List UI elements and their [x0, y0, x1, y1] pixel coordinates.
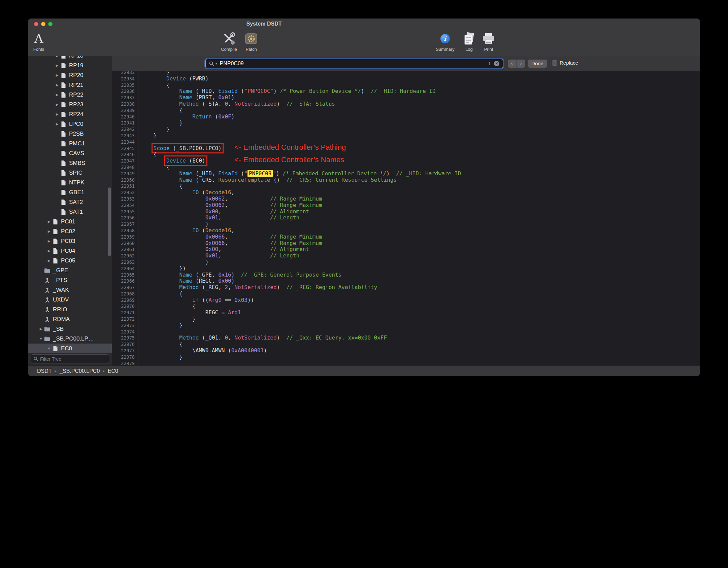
disclosure-triangle-icon[interactable]: ▼ — [46, 347, 52, 350]
filter-tree-input[interactable]: Filter Tree — [31, 354, 109, 363]
line-number: 22951 — [112, 183, 138, 189]
sidebar-item-pc04[interactable]: ▶PC04 — [28, 246, 112, 256]
find-previous-button[interactable]: ‹ — [508, 60, 517, 68]
disclosure-triangle-icon[interactable]: ▶ — [46, 220, 52, 223]
disclosure-triangle-icon[interactable]: ▶ — [46, 259, 52, 262]
match-count: 1 — [488, 61, 491, 66]
folder-icon — [44, 326, 51, 331]
sidebar-item-pc03[interactable]: ▶PC03 — [28, 236, 112, 246]
replace-checkbox[interactable] — [552, 60, 557, 66]
breadcrumb-item[interactable]: _SB.PC00.LPC0 — [60, 368, 100, 374]
code-line-text: Name (_GPE, 0x16) // _GPE: General Purpo… — [138, 272, 341, 278]
disclosure-triangle-icon[interactable]: ▶ — [54, 103, 60, 106]
line-number: 22936 — [112, 88, 138, 95]
code-line-text: 0x0066, // Range Maximum — [138, 240, 322, 247]
line-number: 22944 — [112, 139, 138, 145]
sidebar-item-wak[interactable]: _WAK — [28, 285, 112, 295]
sidebar-item-uxdv[interactable]: UXDV — [28, 295, 112, 305]
disclosure-triangle-icon[interactable]: ▶ — [46, 229, 52, 233]
doc-icon — [60, 102, 67, 108]
fonts-button[interactable]: A Fonts — [28, 31, 55, 52]
zoom-button[interactable] — [48, 22, 53, 26]
line-number: 22968 — [112, 291, 138, 297]
code-line-text: }) — [138, 265, 186, 272]
titlebar: System DSDT — [28, 19, 700, 30]
sidebar-item-label: _WAK — [53, 287, 69, 293]
disclosure-triangle-icon[interactable]: ▶ — [54, 83, 60, 87]
code-line-text: { — [138, 107, 183, 114]
line-number: 22972 — [112, 316, 138, 322]
search-menu-chevron-icon[interactable]: ▾ — [216, 62, 217, 65]
breadcrumb-item[interactable]: EC0 — [108, 368, 118, 374]
line-number: 22978 — [112, 354, 138, 360]
disclosure-triangle-icon[interactable]: ▶ — [46, 239, 52, 243]
sidebar-item-rdma[interactable]: RDMA — [28, 314, 112, 324]
doc-icon — [52, 346, 59, 352]
code-line: 22976 { — [112, 341, 700, 348]
sidebar-item-rrio[interactable]: RRIO — [28, 305, 112, 314]
doc-icon — [60, 72, 67, 78]
sidebar-item-pmc1[interactable]: PMC1 — [28, 139, 112, 148]
sidebar-item-pc02[interactable]: ▶PC02 — [28, 226, 112, 236]
code-line-text: { — [138, 164, 170, 171]
doc-icon — [60, 209, 67, 215]
sidebar-item-gbe1[interactable]: GBE1 — [28, 187, 112, 197]
sidebar-item-pts[interactable]: _PTS — [28, 275, 112, 285]
code-line-text: Method (_STA, 0, NotSerialized) // _STA:… — [138, 101, 335, 107]
sidebar-item-ntpk[interactable]: NTPK — [28, 178, 112, 187]
sidebar-item-cavs[interactable]: CAVS — [28, 148, 112, 158]
disclosure-triangle-icon[interactable]: ▼ — [38, 337, 44, 341]
code-line: 22966 Name (REGC, 0x00) — [112, 278, 700, 284]
folder-icon — [44, 336, 51, 341]
disclosure-triangle-icon[interactable]: ▶ — [54, 64, 60, 67]
clear-search-icon[interactable]: ✕ — [494, 61, 499, 66]
disclosure-triangle-icon[interactable]: ▶ — [54, 93, 60, 97]
sidebar-item-rp24[interactable]: ▶RP24 — [28, 109, 112, 119]
line-number: 22946 — [112, 151, 138, 158]
minimize-button[interactable] — [41, 22, 45, 26]
sidebar-item-rp18[interactable]: ▶RP18 — [28, 56, 112, 61]
disclosure-triangle-icon[interactable]: ▶ — [54, 56, 60, 58]
disclosure-triangle-icon[interactable]: ▶ — [54, 73, 60, 77]
sidebar-item-gpe[interactable]: _GPE — [28, 265, 112, 275]
code-line: 22938 Method (_STA, 0, NotSerialized) //… — [112, 101, 700, 107]
disclosure-triangle-icon[interactable]: ▶ — [54, 112, 60, 116]
sidebar-item-label: RP21 — [69, 82, 84, 88]
sidebar-item-pc05[interactable]: ▶PC05 — [28, 256, 112, 265]
line-number: 22941 — [112, 120, 138, 126]
disclosure-triangle-icon[interactable]: ▶ — [46, 249, 52, 253]
code-line-text: Device (EC0) — [138, 158, 205, 164]
sidebar-item-pc01[interactable]: ▶PC01 — [28, 217, 112, 226]
search-field[interactable]: ▾ PNP0C09 1 ✕ — [205, 59, 503, 68]
sidebar-item-lpc0[interactable]: ▶LPC0 — [28, 119, 112, 129]
disclosure-triangle-icon[interactable]: ▶ — [54, 122, 60, 126]
breadcrumb-item[interactable]: DSDT — [37, 368, 52, 374]
patch-button[interactable]: Patch — [235, 31, 267, 52]
sidebar-item-sat2[interactable]: SAT2 — [28, 197, 112, 207]
sidebar-item-rp19[interactable]: ▶RP19 — [28, 61, 112, 70]
code-line: 22963 ) — [112, 259, 700, 265]
sidebar-item-smbs[interactable]: SMBS — [28, 158, 112, 168]
sidebar-item-sat1[interactable]: SAT1 — [28, 207, 112, 217]
find-next-button[interactable]: › — [517, 60, 525, 68]
sidebar-item-p2sb[interactable]: P2SB — [28, 129, 112, 139]
print-button[interactable]: Print — [472, 31, 505, 52]
code-line-text: IO (Decode16, — [138, 189, 234, 196]
line-number: 22950 — [112, 177, 138, 183]
sidebar-scrollbar[interactable] — [108, 187, 111, 256]
sidebar-item-rp23[interactable]: ▶RP23 — [28, 100, 112, 109]
sidebar-item-sb-pc00-lp[interactable]: ▼_SB.PC00.LP… — [28, 334, 112, 344]
code-line-text — [138, 329, 140, 335]
sidebar-item-spic[interactable]: SPIC — [28, 168, 112, 178]
sidebar-item-rp22[interactable]: ▶RP22 — [28, 90, 112, 100]
sidebar-item-rp20[interactable]: ▶RP20 — [28, 70, 112, 80]
done-button[interactable]: Done — [528, 60, 547, 68]
sidebar-item-ec0[interactable]: ▼EC0 — [28, 344, 112, 353]
disclosure-triangle-icon[interactable]: ▶ — [38, 327, 44, 331]
sidebar-item-label: _SB.PC00.LP… — [53, 335, 94, 342]
close-button[interactable] — [34, 22, 38, 26]
sidebar-item-rp21[interactable]: ▶RP21 — [28, 80, 112, 90]
sidebar-item-sb[interactable]: ▶_SB — [28, 324, 112, 334]
doc-icon — [60, 180, 67, 186]
code-editor[interactable]: 22933 }22934 Device (PWRB)22935 {22936 N… — [112, 71, 700, 365]
